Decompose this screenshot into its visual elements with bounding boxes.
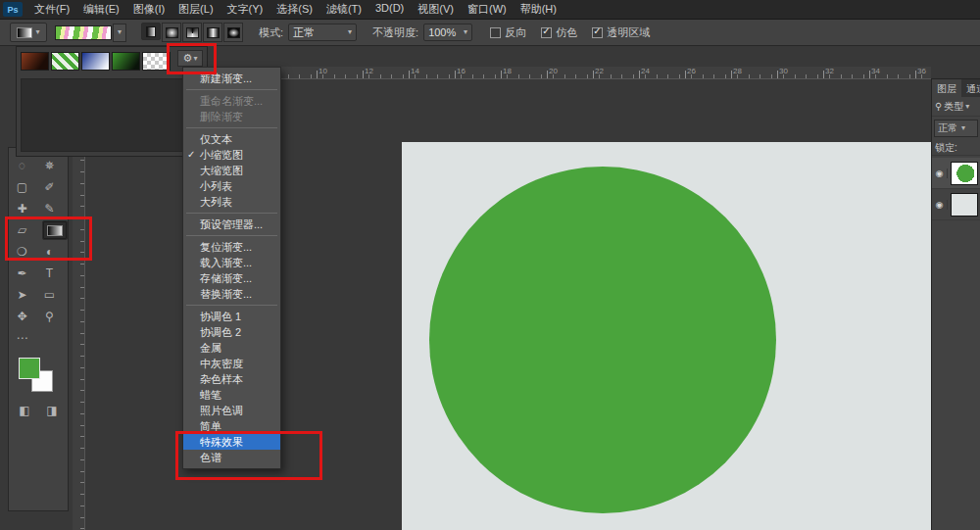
flyout-menu-item[interactable]: 仅文本 <box>183 131 280 147</box>
menu-item[interactable]: 窗口(W) <box>461 2 514 17</box>
menu-item[interactable]: 编辑(E) <box>76 2 126 17</box>
flyout-menu-item[interactable] <box>186 89 277 90</box>
gradient-picker-open-button[interactable]: ▾ <box>113 24 126 42</box>
menu-item[interactable]: 滤镜(T) <box>319 2 368 17</box>
tool-button[interactable]: ◐ <box>37 242 63 262</box>
tool-button[interactable]: ✐ <box>37 177 63 197</box>
layer-row[interactable]: ◉ <box>932 189 980 220</box>
checkbox-box[interactable] <box>592 27 603 38</box>
layer-thumbnail[interactable] <box>951 162 978 185</box>
option-checkbox[interactable]: 仿色 <box>541 25 577 40</box>
gradient-swatch[interactable] <box>142 52 171 71</box>
flyout-menu-item[interactable]: 杂色样本 <box>183 371 280 387</box>
flyout-menu-item-label: 中灰密度 <box>200 358 243 369</box>
tool-button[interactable]: ⚲ <box>37 307 63 326</box>
tool-rows: ◌ ✵ ▢ ✐ ✚ ✎ ▱ ❍ ◐ ✒ <box>10 156 68 348</box>
flyout-menu-item[interactable]: 大缩览图 <box>183 163 280 178</box>
tool-button[interactable]: ▱ <box>10 220 35 240</box>
visibility-eye-icon[interactable]: ◉ <box>932 169 948 178</box>
flyout-menu-item[interactable]: ✓ 小缩览图 <box>183 147 280 163</box>
canvas-document[interactable] <box>402 142 931 530</box>
menu-item[interactable]: 3D(D) <box>368 2 411 17</box>
flyout-menu-item[interactable]: 替换渐变... <box>183 286 280 302</box>
mode-select[interactable]: 正常 ▾ <box>288 24 357 41</box>
menu-item[interactable]: 帮助(H) <box>514 2 564 17</box>
flyout-menu-item[interactable]: 色谱 <box>183 450 280 465</box>
option-checkbox[interactable]: 反向 <box>490 25 526 40</box>
blend-mode-select[interactable]: 正常 ▾ <box>934 120 978 137</box>
tool-button[interactable]: ✎ <box>37 199 63 218</box>
foreground-color-swatch[interactable] <box>19 358 40 379</box>
flyout-menu-item[interactable]: 存储渐变... <box>183 270 280 286</box>
menu-item[interactable]: 图像(I) <box>126 2 172 17</box>
gradient-swatch[interactable] <box>81 52 110 71</box>
tool-button[interactable]: ⋯ <box>10 328 35 348</box>
gradient-type-button[interactable] <box>223 23 243 42</box>
layer-thumbnail[interactable] <box>951 193 978 217</box>
opacity-select[interactable]: 100% ▾ <box>423 24 472 41</box>
menu-item[interactable]: 文字(Y) <box>220 2 270 17</box>
tool-button[interactable]: ✚ <box>10 199 35 218</box>
flyout-menu-item[interactable] <box>186 305 277 306</box>
flyout-menu-item[interactable]: 中灰密度 <box>183 356 280 371</box>
menu-item[interactable]: 图层(L) <box>172 2 220 17</box>
tool-button[interactable]: ✒ <box>10 264 35 283</box>
checkbox-label: 透明区域 <box>607 25 650 40</box>
flyout-menu-item[interactable]: 协调色 1 <box>183 309 280 324</box>
layer-filter-row[interactable]: ⚲ 类型 ▾ <box>932 97 980 117</box>
tool-button[interactable] <box>42 220 68 240</box>
flyout-menu-item[interactable]: 照片色调 <box>183 403 280 418</box>
tool-button[interactable]: ▢ <box>10 177 35 197</box>
tool-preset-picker[interactable]: ▾ <box>10 23 47 42</box>
tool-button[interactable]: ◧ <box>12 401 37 420</box>
checkbox-box[interactable] <box>541 27 552 38</box>
menu-item[interactable]: 视图(V) <box>411 2 461 17</box>
flyout-menu-item[interactable] <box>186 213 277 214</box>
flyout-menu-item[interactable]: 重命名渐变... <box>183 93 280 109</box>
menu-items: 文件(F)编辑(E)图像(I)图层(L)文字(Y)选择(S)滤镜(T)3D(D)… <box>27 2 564 17</box>
gradient-type-button[interactable] <box>182 23 202 42</box>
flyout-menu-item[interactable] <box>186 235 277 236</box>
tab-layers[interactable]: 图层 <box>932 79 961 97</box>
gradient-swatch[interactable] <box>21 52 49 71</box>
tab-channels[interactable]: 通道 <box>961 79 980 97</box>
gradient-type-button[interactable] <box>162 23 181 42</box>
flyout-menu-item[interactable]: 新建渐变... <box>183 71 280 86</box>
checkbox-box[interactable] <box>490 27 501 38</box>
menu-item[interactable]: 选择(S) <box>270 2 319 17</box>
menu-item[interactable]: 文件(F) <box>27 2 76 17</box>
layer-row[interactable]: ◉ <box>932 158 980 189</box>
flyout-menu-item[interactable]: 小列表 <box>183 178 280 194</box>
gradient-preview[interactable] <box>55 25 112 40</box>
tool-button[interactable]: T <box>37 264 63 283</box>
flyout-menu-item[interactable]: 大列表 <box>183 194 280 210</box>
ruler-number: 18 <box>501 67 547 75</box>
tool-button[interactable]: ❍ <box>10 242 35 262</box>
flyout-menu-item[interactable]: 特殊效果 <box>183 434 280 450</box>
gradient-swatch[interactable] <box>112 52 140 71</box>
flyout-menu-item[interactable]: 金属 <box>183 340 280 356</box>
tool-button[interactable] <box>37 328 63 348</box>
tool-options-bar: ▾ ▾ 模式: 正常 <box>0 20 980 46</box>
tool-row: ✥ ⚲ <box>10 307 68 326</box>
flyout-menu-item[interactable]: 蜡笔 <box>183 387 280 403</box>
visibility-eye-icon[interactable]: ◉ <box>932 200 948 210</box>
flyout-menu-item[interactable] <box>186 127 277 128</box>
flyout-menu-item[interactable]: 协调色 2 <box>183 324 280 340</box>
gradient-type-button[interactable] <box>141 23 161 40</box>
gradient-picker-menu-button[interactable]: ⚙ ▾ <box>177 50 203 67</box>
tool-button[interactable]: ▭ <box>37 285 63 305</box>
tool-button[interactable]: ◌ <box>10 156 35 175</box>
flyout-menu-item[interactable]: 预设管理器... <box>183 217 280 232</box>
flyout-menu-item[interactable]: 载入渐变... <box>183 255 280 270</box>
gradient-swatch[interactable] <box>51 52 79 71</box>
tool-button[interactable]: ✥ <box>10 307 35 326</box>
tool-button[interactable]: ➤ <box>10 285 35 305</box>
gradient-type-button[interactable] <box>203 23 222 42</box>
tool-button[interactable]: ◨ <box>39 401 65 420</box>
tool-button[interactable]: ✵ <box>37 156 63 175</box>
flyout-menu-item[interactable]: 复位渐变... <box>183 239 280 255</box>
flyout-menu-item[interactable]: 删除渐变 <box>183 109 280 124</box>
flyout-menu-item[interactable]: 简单 <box>183 418 280 434</box>
option-checkbox[interactable]: 透明区域 <box>592 25 650 40</box>
